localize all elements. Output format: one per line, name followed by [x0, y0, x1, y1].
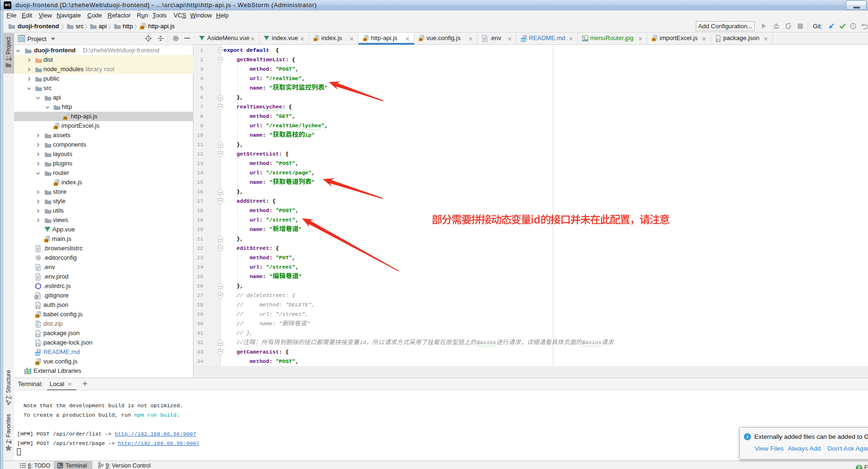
svg-text:{}: {}: [35, 342, 40, 346]
svg-text:{}: {}: [35, 333, 40, 337]
svg-text:JS: JS: [652, 38, 655, 41]
svg-text:{}: {}: [35, 304, 40, 309]
svg-text:JS: JS: [419, 38, 422, 41]
svg-text:MD: MD: [521, 39, 526, 41]
svg-text:JS: JS: [54, 126, 58, 129]
svg-text:JS: JS: [63, 116, 67, 120]
svg-text:JS: JS: [44, 239, 49, 242]
svg-text:JS: JS: [363, 38, 367, 41]
svg-text:JS: JS: [35, 362, 40, 365]
svg-text:JS: JS: [314, 38, 317, 41]
svg-text:JS: JS: [35, 314, 40, 318]
svg-text:JS: JS: [54, 182, 58, 186]
svg-text:JS: JS: [140, 26, 144, 29]
svg-text:MD: MD: [35, 353, 40, 355]
svg-text:{}: {}: [716, 38, 720, 42]
